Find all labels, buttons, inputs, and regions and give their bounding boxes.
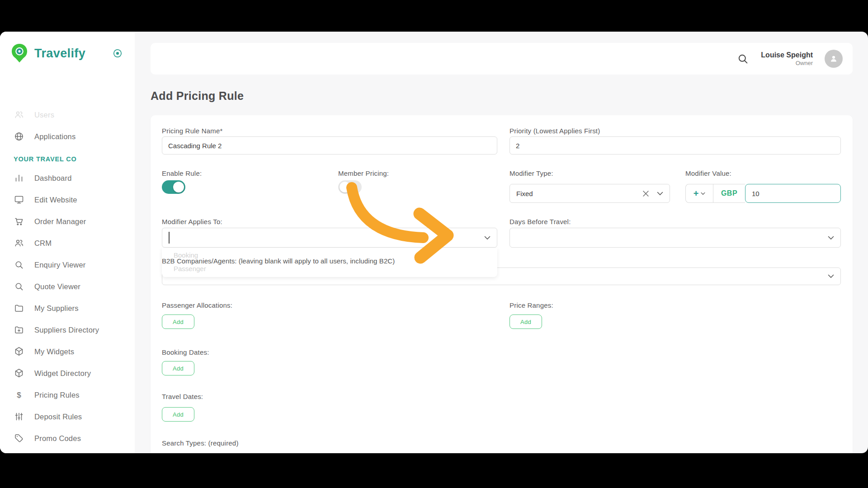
price-ranges-label: Price Ranges: — [509, 301, 553, 309]
sidebar-item-label: Promo Codes — [34, 434, 81, 443]
currency-label: GBP — [713, 184, 745, 202]
travel-dates-add-button[interactable]: Add — [162, 407, 194, 422]
pricing-rule-name-input[interactable] — [162, 136, 497, 155]
people-icon — [14, 238, 24, 249]
sidebar-item-translations[interactable]: TTranslations — [0, 449, 135, 453]
search-icon — [14, 281, 24, 292]
brand-name: Travelify — [34, 47, 112, 61]
sidebar-item-crm[interactable]: CRM — [0, 232, 135, 254]
days-before-travel-label: Days Before Travel: — [509, 218, 571, 225]
passenger-allocations-add-button[interactable]: Add — [162, 314, 194, 329]
sidebar-item-widget-directory[interactable]: Widget Directory — [0, 362, 135, 384]
sidebar-item-label: Applications — [34, 132, 75, 141]
travelify-logo-icon — [11, 43, 28, 63]
modifier-value-input[interactable] — [745, 184, 841, 203]
sidebar-nav: UsersApplicationsYOUR TRAVEL CODashboard… — [0, 104, 135, 453]
enable-rule-toggle[interactable] — [162, 180, 185, 194]
booking-dates-add-button[interactable]: Add — [162, 361, 194, 375]
search-icon[interactable] — [736, 52, 749, 65]
sidebar-item-promo-codes[interactable]: Promo Codes — [0, 427, 135, 449]
modifier-sign-currency: + GBP — [685, 184, 745, 203]
chevron-down-icon[interactable] — [657, 192, 663, 196]
add-pricing-rule-form: Pricing Rule Name* Priority (Lowest Appl… — [151, 115, 853, 453]
booking-dates-label: Booking Dates: — [162, 348, 209, 356]
sidebar-item-dashboard[interactable]: Dashboard — [0, 167, 135, 189]
price-ranges-add-button[interactable]: Add — [509, 314, 542, 329]
chevron-down-icon[interactable] — [828, 274, 834, 278]
modifier-sign-select[interactable]: + — [686, 184, 713, 202]
sidebar-item-edit-website[interactable]: Edit Website — [0, 189, 135, 211]
sidebar-item-label: Enquiry Viewer — [34, 261, 85, 269]
sidebar-item-label: Edit Website — [34, 196, 77, 204]
text-caret — [169, 232, 170, 244]
sidebar-item-label: Quote Viewer — [34, 282, 80, 291]
screenshot-stage: Travelify UsersApplicationsYOUR TRAVEL C… — [0, 0, 868, 488]
sidebar-item-label: Widget Directory — [34, 369, 91, 378]
sidebar-item-label: Pricing Rules — [34, 391, 80, 399]
svg-text:$: $ — [17, 391, 21, 399]
sidebar-item-my-widgets[interactable]: My Widgets — [0, 341, 135, 362]
modifier-value-label: Modifier Value: — [685, 169, 731, 177]
people-icon — [14, 109, 24, 120]
cube-icon — [14, 346, 24, 357]
sidebar-item-my-suppliers[interactable]: My Suppliers — [0, 297, 135, 319]
app-window: Travelify UsersApplicationsYOUR TRAVEL C… — [0, 32, 868, 453]
priority-input[interactable] — [509, 136, 841, 155]
modifier-applies-to-label: Modifier Applies To: — [162, 218, 222, 225]
chevron-down-icon[interactable] — [828, 236, 834, 240]
travel-dates-label: Travel Dates: — [162, 393, 203, 400]
dollar-icon: $ — [14, 389, 24, 400]
toggle-knob — [173, 182, 184, 192]
sidebar-item-quote-viewer[interactable]: Quote Viewer — [0, 276, 135, 297]
days-before-travel-select[interactable] — [509, 228, 841, 248]
chevron-down-icon[interactable] — [484, 236, 491, 240]
user-block[interactable]: Louise Speight Owner — [761, 51, 813, 67]
sidebar-collapse-icon[interactable] — [112, 48, 123, 59]
user-name: Louise Speight — [761, 51, 813, 60]
sidebar-item-suppliers-directory[interactable]: Suppliers Directory — [0, 319, 135, 341]
plus-icon: + — [693, 189, 699, 198]
sidebar-item-deposit-rules[interactable]: Deposit Rules — [0, 406, 135, 427]
brand: Travelify — [11, 42, 127, 65]
cart-icon — [14, 216, 24, 227]
pricing-rule-name-label: Pricing Rule Name* — [162, 127, 222, 135]
header-bar: Louise Speight Owner — [151, 43, 853, 75]
sidebar-item-label: My Suppliers — [34, 304, 79, 313]
sidebar-item-pricing-rules[interactable]: $Pricing Rules — [0, 384, 135, 406]
page-title: Add Pricing Rule — [151, 89, 244, 103]
sidebar-item-order-manager[interactable]: Order Manager — [0, 211, 135, 232]
sidebar-item-label: Suppliers Directory — [34, 326, 99, 334]
modifier-type-value: Fixed — [516, 190, 533, 197]
sidebar-item-label: Deposit Rules — [34, 413, 82, 421]
sidebar-item-label: Order Manager — [34, 217, 86, 226]
modifier-type-select[interactable]: Fixed — [509, 184, 670, 203]
sidebar-item-label: My Widgets — [34, 347, 74, 356]
monitor-icon — [14, 194, 24, 205]
passenger-allocations-label: Passenger Allocations: — [162, 301, 232, 309]
user-role: Owner — [761, 60, 813, 67]
sidebar-item-applications[interactable]: Applications — [0, 126, 135, 147]
member-pricing-label: Member Pricing: — [338, 169, 389, 177]
b2b-companies-label: B2B Companies/Agents: (leaving blank wil… — [162, 257, 395, 265]
modifier-value-group: + GBP — [685, 184, 841, 203]
priority-label: Priority (Lowest Applies First) — [509, 127, 600, 135]
sidebar-item-users[interactable]: Users — [0, 104, 135, 126]
member-pricing-toggle[interactable] — [338, 180, 362, 194]
globe-icon — [14, 131, 24, 142]
folder-icon — [14, 303, 24, 314]
sidebar: Travelify UsersApplicationsYOUR TRAVEL C… — [0, 32, 135, 453]
toggle-knob — [340, 182, 350, 192]
sidebar-section-label: YOUR TRAVEL CO — [0, 147, 135, 167]
chevron-down-icon — [701, 192, 705, 195]
clear-icon[interactable] — [643, 191, 649, 197]
modifier-type-label: Modifier Type: — [509, 169, 553, 177]
sidebar-item-enquiry-viewer[interactable]: Enquiry Viewer — [0, 254, 135, 276]
avatar[interactable] — [825, 50, 843, 68]
sliders-icon — [14, 411, 24, 422]
cube-grid-icon — [14, 368, 24, 379]
bar-chart-icon — [14, 173, 24, 183]
modifier-applies-to-combobox[interactable] — [162, 228, 497, 248]
sidebar-item-label: CRM — [34, 239, 52, 248]
sidebar-item-label: Dashboard — [34, 174, 72, 183]
search-icon — [14, 259, 24, 270]
